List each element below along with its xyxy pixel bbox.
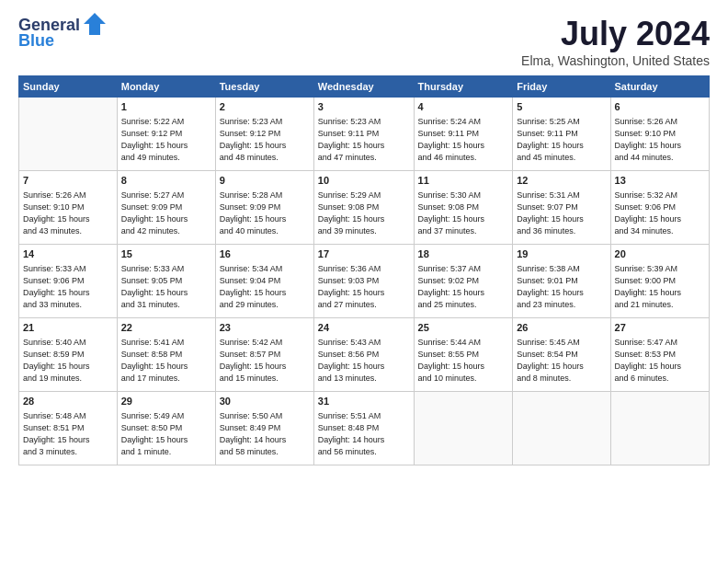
calendar-cell: 27Sunrise: 5:47 AM Sunset: 8:53 PM Dayli…	[610, 318, 709, 392]
day-info: Sunrise: 5:39 AM Sunset: 9:00 PM Dayligh…	[615, 263, 705, 311]
calendar-cell: 16Sunrise: 5:34 AM Sunset: 9:04 PM Dayli…	[215, 245, 313, 318]
calendar-cell	[414, 392, 513, 465]
page: General Blue July 2024 Elma, Washington,…	[0, 0, 728, 563]
calendar-cell: 19Sunrise: 5:38 AM Sunset: 9:01 PM Dayli…	[513, 245, 610, 318]
day-info: Sunrise: 5:33 AM Sunset: 9:05 PM Dayligh…	[121, 263, 211, 311]
day-number: 29	[121, 395, 211, 409]
day-number: 27	[615, 321, 705, 336]
day-info: Sunrise: 5:37 AM Sunset: 9:02 PM Dayligh…	[418, 263, 509, 311]
header-monday: Monday	[117, 76, 215, 98]
calendar-cell: 29Sunrise: 5:49 AM Sunset: 8:50 PM Dayli…	[117, 392, 215, 465]
day-number: 20	[615, 247, 705, 262]
day-number: 2	[220, 100, 310, 115]
location: Elma, Washington, United States	[521, 53, 710, 68]
day-number: 24	[318, 321, 410, 336]
calendar-week-row: 28Sunrise: 5:48 AM Sunset: 8:51 PM Dayli…	[19, 392, 710, 465]
calendar-cell	[610, 392, 709, 465]
day-number: 13	[615, 174, 705, 189]
day-info: Sunrise: 5:36 AM Sunset: 9:03 PM Dayligh…	[318, 263, 410, 311]
calendar-cell: 25Sunrise: 5:44 AM Sunset: 8:55 PM Dayli…	[414, 318, 513, 392]
day-info: Sunrise: 5:29 AM Sunset: 9:08 PM Dayligh…	[318, 190, 410, 237]
calendar-cell: 15Sunrise: 5:33 AM Sunset: 9:05 PM Dayli…	[117, 245, 215, 318]
day-number: 6	[615, 100, 705, 115]
header: General Blue July 2024 Elma, Washington,…	[18, 15, 710, 68]
day-number: 12	[517, 174, 606, 189]
month-title: July 2024	[521, 15, 710, 53]
day-info: Sunrise: 5:24 AM Sunset: 9:11 PM Dayligh…	[418, 116, 509, 164]
day-info: Sunrise: 5:23 AM Sunset: 9:12 PM Dayligh…	[220, 116, 310, 164]
header-thursday: Thursday	[414, 76, 513, 98]
day-number: 26	[517, 321, 606, 336]
day-info: Sunrise: 5:48 AM Sunset: 8:51 PM Dayligh…	[23, 410, 113, 458]
day-info: Sunrise: 5:40 AM Sunset: 8:59 PM Dayligh…	[23, 337, 113, 385]
calendar-table: SundayMondayTuesdayWednesdayThursdayFrid…	[18, 75, 710, 465]
day-info: Sunrise: 5:23 AM Sunset: 9:11 PM Dayligh…	[318, 116, 410, 164]
day-number: 19	[517, 247, 606, 262]
calendar-cell: 9Sunrise: 5:28 AM Sunset: 9:09 PM Daylig…	[215, 171, 313, 245]
calendar-cell: 14Sunrise: 5:33 AM Sunset: 9:06 PM Dayli…	[19, 245, 118, 318]
day-info: Sunrise: 5:28 AM Sunset: 9:09 PM Dayligh…	[220, 190, 310, 237]
calendar-cell: 4Sunrise: 5:24 AM Sunset: 9:11 PM Daylig…	[414, 98, 513, 171]
calendar-cell: 21Sunrise: 5:40 AM Sunset: 8:59 PM Dayli…	[19, 318, 118, 392]
day-info: Sunrise: 5:41 AM Sunset: 8:58 PM Dayligh…	[121, 337, 211, 385]
calendar-week-row: 14Sunrise: 5:33 AM Sunset: 9:06 PM Dayli…	[19, 245, 710, 318]
header-saturday: Saturday	[610, 76, 709, 98]
day-info: Sunrise: 5:22 AM Sunset: 9:12 PM Dayligh…	[121, 116, 211, 164]
title-block: July 2024 Elma, Washington, United State…	[521, 15, 710, 68]
day-info: Sunrise: 5:25 AM Sunset: 9:11 PM Dayligh…	[517, 116, 606, 164]
day-info: Sunrise: 5:31 AM Sunset: 9:07 PM Dayligh…	[517, 190, 606, 237]
calendar-cell: 10Sunrise: 5:29 AM Sunset: 9:08 PM Dayli…	[313, 171, 414, 245]
svg-marker-0	[84, 13, 106, 35]
calendar-cell: 28Sunrise: 5:48 AM Sunset: 8:51 PM Dayli…	[19, 392, 118, 465]
day-number: 9	[220, 174, 310, 189]
calendar-cell: 20Sunrise: 5:39 AM Sunset: 9:00 PM Dayli…	[610, 245, 709, 318]
calendar-cell: 2Sunrise: 5:23 AM Sunset: 9:12 PM Daylig…	[215, 98, 313, 171]
header-friday: Friday	[513, 76, 610, 98]
day-number: 14	[23, 247, 113, 262]
day-number: 30	[220, 395, 310, 409]
logo-icon	[82, 11, 108, 37]
day-number: 8	[121, 174, 211, 189]
day-number: 7	[23, 174, 113, 189]
day-info: Sunrise: 5:33 AM Sunset: 9:06 PM Dayligh…	[23, 263, 113, 311]
day-number: 16	[220, 247, 310, 262]
calendar-week-row: 1Sunrise: 5:22 AM Sunset: 9:12 PM Daylig…	[19, 98, 710, 171]
day-number: 18	[418, 247, 509, 262]
day-number: 15	[121, 247, 211, 262]
calendar-week-row: 21Sunrise: 5:40 AM Sunset: 8:59 PM Dayli…	[19, 318, 710, 392]
calendar-cell: 5Sunrise: 5:25 AM Sunset: 9:11 PM Daylig…	[513, 98, 610, 171]
header-wednesday: Wednesday	[313, 76, 414, 98]
day-number: 1	[121, 100, 211, 115]
header-sunday: Sunday	[19, 76, 118, 98]
calendar-cell: 13Sunrise: 5:32 AM Sunset: 9:06 PM Dayli…	[610, 171, 709, 245]
day-number: 28	[23, 395, 113, 409]
day-number: 3	[318, 100, 410, 115]
day-number: 17	[318, 247, 410, 262]
day-info: Sunrise: 5:38 AM Sunset: 9:01 PM Dayligh…	[517, 263, 606, 311]
calendar-cell: 22Sunrise: 5:41 AM Sunset: 8:58 PM Dayli…	[117, 318, 215, 392]
calendar-cell	[513, 392, 610, 465]
day-info: Sunrise: 5:45 AM Sunset: 8:54 PM Dayligh…	[517, 337, 606, 385]
calendar-cell: 12Sunrise: 5:31 AM Sunset: 9:07 PM Dayli…	[513, 171, 610, 245]
day-number: 22	[121, 321, 211, 336]
logo: General Blue	[18, 15, 108, 52]
day-info: Sunrise: 5:26 AM Sunset: 9:10 PM Dayligh…	[23, 190, 113, 237]
header-tuesday: Tuesday	[215, 76, 313, 98]
day-info: Sunrise: 5:51 AM Sunset: 8:48 PM Dayligh…	[318, 410, 410, 458]
calendar-cell: 23Sunrise: 5:42 AM Sunset: 8:57 PM Dayli…	[215, 318, 313, 392]
day-info: Sunrise: 5:47 AM Sunset: 8:53 PM Dayligh…	[615, 337, 705, 385]
day-info: Sunrise: 5:49 AM Sunset: 8:50 PM Dayligh…	[121, 410, 211, 458]
day-info: Sunrise: 5:32 AM Sunset: 9:06 PM Dayligh…	[615, 190, 705, 237]
calendar-cell: 1Sunrise: 5:22 AM Sunset: 9:12 PM Daylig…	[117, 98, 215, 171]
day-number: 31	[318, 395, 410, 409]
day-number: 23	[220, 321, 310, 336]
day-info: Sunrise: 5:44 AM Sunset: 8:55 PM Dayligh…	[418, 337, 509, 385]
day-info: Sunrise: 5:43 AM Sunset: 8:56 PM Dayligh…	[318, 337, 410, 385]
day-number: 10	[318, 174, 410, 189]
day-number: 4	[418, 100, 509, 115]
calendar-cell: 11Sunrise: 5:30 AM Sunset: 9:08 PM Dayli…	[414, 171, 513, 245]
day-info: Sunrise: 5:34 AM Sunset: 9:04 PM Dayligh…	[220, 263, 310, 311]
day-info: Sunrise: 5:27 AM Sunset: 9:09 PM Dayligh…	[121, 190, 211, 237]
calendar-cell: 7Sunrise: 5:26 AM Sunset: 9:10 PM Daylig…	[19, 171, 118, 245]
day-info: Sunrise: 5:26 AM Sunset: 9:10 PM Dayligh…	[615, 116, 705, 164]
